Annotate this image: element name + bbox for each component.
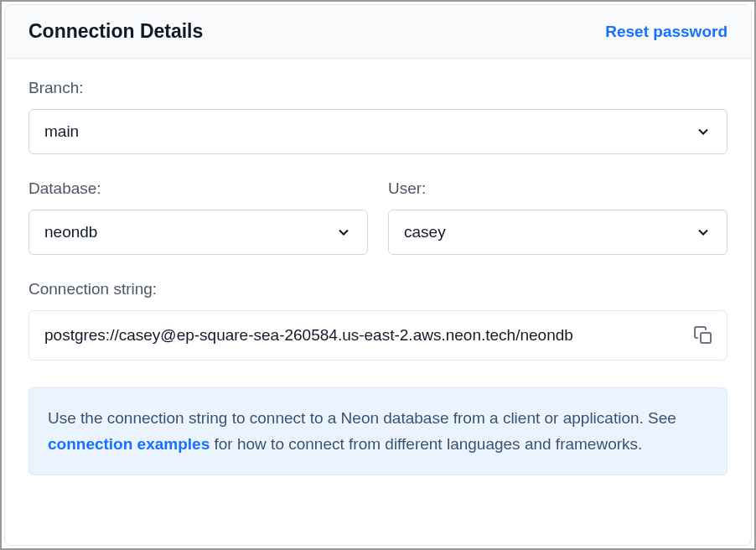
svg-rect-0	[701, 333, 711, 343]
branch-select-value: main	[44, 122, 79, 141]
info-text-before: Use the connection string to connect to …	[48, 409, 676, 427]
connection-examples-link[interactable]: connection examples	[48, 435, 210, 453]
connection-string-label: Connection string:	[28, 280, 728, 298]
connection-string-box: postgres://casey@ep-square-sea-260584.us…	[28, 310, 728, 361]
card-title: Connection Details	[28, 20, 203, 43]
chevron-down-icon	[695, 224, 712, 241]
connection-string-value: postgres://casey@ep-square-sea-260584.us…	[44, 326, 573, 345]
chevron-down-icon	[335, 224, 352, 241]
branch-field: Branch: main	[28, 79, 728, 154]
reset-password-link[interactable]: Reset password	[605, 23, 728, 41]
database-field: Database: neondb	[28, 179, 368, 255]
branch-select[interactable]: main	[28, 109, 728, 154]
card-body: Branch: main Database: neondb	[5, 59, 751, 494]
connection-string-field: Connection string: postgres://casey@ep-s…	[28, 280, 728, 361]
user-select[interactable]: casey	[388, 210, 728, 255]
chevron-down-icon	[695, 123, 712, 140]
database-select-value: neondb	[44, 223, 97, 241]
card-header: Connection Details Reset password	[5, 5, 751, 59]
user-label: User:	[388, 179, 728, 198]
info-text-after: for how to connect from different langua…	[210, 435, 642, 453]
branch-label: Branch:	[28, 79, 728, 97]
database-label: Database:	[28, 179, 368, 198]
database-select[interactable]: neondb	[28, 210, 368, 255]
user-field: User: casey	[388, 179, 728, 255]
user-select-value: casey	[404, 223, 446, 241]
info-box: Use the connection string to connect to …	[28, 387, 728, 475]
copy-icon[interactable]	[693, 325, 713, 345]
connection-details-card: Connection Details Reset password Branch…	[4, 4, 752, 546]
